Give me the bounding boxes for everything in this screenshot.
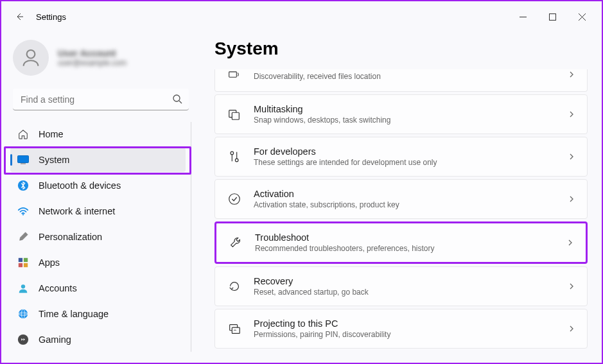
sidebar-item-bluetooth[interactable]: Bluetooth & devices xyxy=(10,173,186,198)
svg-line-6 xyxy=(179,101,182,103)
nav-label: Network & internet xyxy=(39,206,115,216)
chevron-right-icon xyxy=(568,71,575,78)
window-controls xyxy=(508,6,597,27)
svg-point-28 xyxy=(229,194,240,205)
svg-point-15 xyxy=(21,284,25,288)
sidebar-item-accounts[interactable]: Accounts xyxy=(10,276,186,300)
nav-label: Accounts xyxy=(39,283,77,293)
card-desc: Recommended troubleshooters, preferences… xyxy=(255,244,555,253)
profile-name: User Account xyxy=(58,48,127,58)
card-recovery[interactable]: RecoveryReset, advanced startup, go back xyxy=(214,266,588,306)
back-button[interactable] xyxy=(6,4,32,30)
card-desc: Activation state, subscriptions, product… xyxy=(254,200,556,209)
profile-text: User Account user@example.com xyxy=(58,48,127,67)
card-label: For developers xyxy=(254,146,556,157)
back-arrow-icon xyxy=(14,12,24,22)
maximize-button[interactable] xyxy=(537,6,567,27)
svg-rect-23 xyxy=(232,112,239,119)
apps-icon xyxy=(17,256,30,269)
card-desc: Reset, advanced startup, go back xyxy=(254,288,556,297)
sidebar-item-network[interactable]: Network & internet xyxy=(10,199,186,223)
person-icon xyxy=(20,47,42,69)
bluetooth-icon xyxy=(17,179,30,192)
svg-point-26 xyxy=(235,159,238,162)
svg-rect-14 xyxy=(24,263,28,267)
svg-rect-7 xyxy=(18,156,29,163)
search-input[interactable] xyxy=(13,89,189,110)
avatar xyxy=(13,40,49,76)
card-label: Multitasking xyxy=(254,104,556,114)
system-icon xyxy=(17,153,30,166)
close-button[interactable] xyxy=(567,6,597,27)
search-box[interactable] xyxy=(13,89,189,110)
recovery-icon xyxy=(227,279,242,294)
card-desc: Discoverability, received files location xyxy=(254,72,556,81)
sidebar-item-home[interactable]: Home xyxy=(10,122,186,146)
gaming-icon xyxy=(17,333,30,346)
globe-icon xyxy=(17,308,30,320)
nav-label: System xyxy=(39,155,69,165)
settings-cards: Discoverability, received files location… xyxy=(214,69,588,349)
settings-window: Settings User Account user@example.com xyxy=(0,0,603,364)
window-title: Settings xyxy=(36,12,66,22)
card-multitasking[interactable]: MultitaskingSnap windows, desktops, task… xyxy=(214,94,588,134)
chevron-right-icon xyxy=(568,195,575,203)
developers-icon xyxy=(227,149,242,164)
svg-point-24 xyxy=(231,152,234,155)
profile-section[interactable]: User Account user@example.com xyxy=(10,37,191,87)
card-label: Projecting to this PC xyxy=(254,318,556,329)
sidebar: User Account user@example.com Home Syste… xyxy=(1,32,195,363)
profile-email: user@example.com xyxy=(58,58,127,67)
nav-label: Time & language xyxy=(39,309,109,319)
card-activation[interactable]: ActivationActivation state, subscription… xyxy=(214,179,588,219)
nav-list: Home System Bluetooth & devices Network … xyxy=(10,122,191,352)
svg-rect-11 xyxy=(19,258,22,262)
troubleshoot-icon xyxy=(228,235,243,250)
projecting-icon xyxy=(227,321,242,336)
nearby-icon xyxy=(227,67,242,82)
activation-icon xyxy=(227,191,242,207)
accounts-icon xyxy=(17,282,30,295)
minimize-button[interactable] xyxy=(508,6,537,27)
svg-rect-12 xyxy=(24,258,28,262)
multitasking-icon xyxy=(227,107,242,122)
nav-label: Apps xyxy=(39,257,60,268)
card-label: Troubleshoot xyxy=(255,232,555,243)
card-label: Recovery xyxy=(254,276,556,286)
wifi-icon xyxy=(17,205,30,218)
search-icon xyxy=(172,94,182,104)
nav-label: Gaming xyxy=(39,334,71,345)
titlebar: Settings xyxy=(1,1,602,32)
card-desc: Permissions, pairing PIN, discoverabilit… xyxy=(254,330,556,339)
svg-rect-13 xyxy=(19,263,22,267)
svg-point-10 xyxy=(22,214,24,215)
chevron-right-icon xyxy=(566,239,574,247)
svg-rect-8 xyxy=(21,164,26,164)
home-icon xyxy=(17,128,30,141)
card-label: Activation xyxy=(254,189,556,199)
brush-icon xyxy=(17,230,30,243)
card-desc: Snap windows, desktops, task switching xyxy=(254,116,556,125)
svg-rect-21 xyxy=(229,72,237,77)
chevron-right-icon xyxy=(568,282,575,290)
sidebar-item-system[interactable]: System xyxy=(10,148,186,172)
card-nearby-sharing[interactable]: Discoverability, received files location xyxy=(214,69,588,92)
sidebar-item-apps[interactable]: Apps xyxy=(10,250,186,275)
chevron-right-icon xyxy=(568,325,575,333)
sidebar-item-time[interactable]: Time & language xyxy=(10,302,186,326)
svg-point-5 xyxy=(173,95,180,101)
sidebar-item-gaming[interactable]: Gaming xyxy=(10,327,186,352)
card-projecting[interactable]: Projecting to this PCPermissions, pairin… xyxy=(214,309,588,349)
card-troubleshoot[interactable]: TroubleshootRecommended troubleshooters,… xyxy=(214,221,588,264)
nav-label: Home xyxy=(39,129,64,139)
card-desc: These settings are intended for developm… xyxy=(254,158,556,167)
sidebar-item-personalization[interactable]: Personalization xyxy=(10,225,186,249)
nav-label: Bluetooth & devices xyxy=(39,180,121,191)
page-title: System xyxy=(214,39,588,59)
nav-label: Personalization xyxy=(39,232,102,242)
content-area: System Discoverability, received files l… xyxy=(195,32,602,363)
chevron-right-icon xyxy=(568,153,575,160)
card-developers[interactable]: For developersThese settings are intende… xyxy=(214,137,588,177)
chevron-right-icon xyxy=(568,110,575,118)
svg-point-4 xyxy=(27,50,35,58)
